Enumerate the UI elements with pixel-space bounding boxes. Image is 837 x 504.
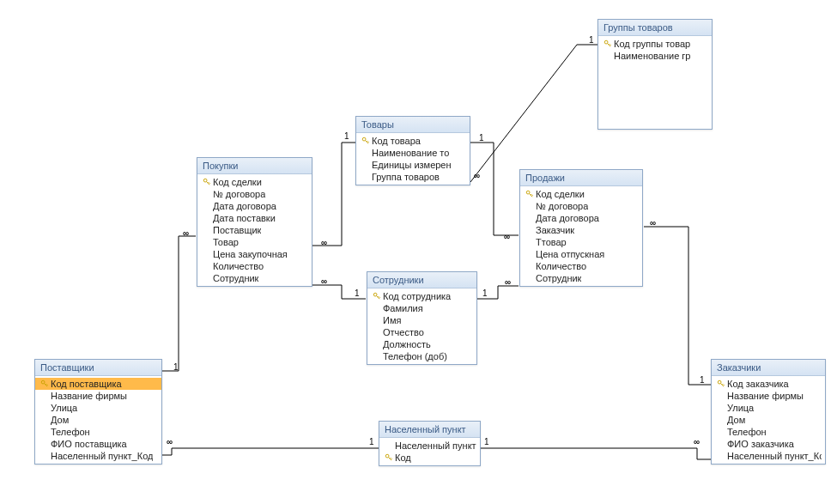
field-row[interactable]: Фамилия: [367, 302, 476, 314]
field-label: Дата договора: [536, 213, 599, 223]
field-label: Код сотрудника: [383, 291, 451, 301]
field-label: Товар: [213, 237, 239, 247]
key-icon: [39, 380, 51, 388]
table-title[interactable]: Покупки: [197, 158, 312, 174]
field-label: Код сделки: [213, 177, 262, 187]
table-tovary[interactable]: Товары Код товараНаименование тоЕдиницы …: [355, 116, 470, 185]
field-row[interactable]: Телефон (доб): [367, 350, 476, 362]
table-punkt[interactable]: Населенный пункт Населенный пунктКод: [379, 421, 481, 466]
field-row[interactable]: Должность: [367, 338, 476, 350]
field-row[interactable]: ФИО заказчика: [712, 438, 825, 450]
field-row[interactable]: Код сделки: [197, 176, 312, 188]
table-fields: Код сделки№ договораДата договораЗаказчи…: [520, 186, 642, 286]
table-title[interactable]: Поставщики: [35, 360, 161, 376]
field-row[interactable]: Код заказчика: [712, 378, 825, 390]
field-row[interactable]: Дата поставки: [197, 212, 312, 224]
key-icon: [383, 453, 395, 462]
table-title[interactable]: Населенный пункт: [379, 422, 480, 438]
table-fields: Код сотрудникаФамилияИмяОтчествоДолжност…: [367, 288, 476, 364]
field-row[interactable]: Телефон: [35, 426, 161, 438]
field-row[interactable]: № договора: [197, 188, 312, 200]
key-icon: [524, 190, 536, 198]
field-row[interactable]: Код сделки: [520, 188, 642, 200]
field-label: Ттовар: [536, 237, 567, 247]
field-row[interactable]: Улица: [35, 402, 161, 414]
key-icon: [201, 178, 213, 186]
field-label: Улица: [727, 403, 754, 413]
key-icon: [360, 137, 372, 145]
field-row[interactable]: Группа товаров: [356, 171, 470, 183]
card-tovary-one-left: 1: [344, 132, 349, 141]
table-pokupki[interactable]: Покупки Код сделки№ договораДата договор…: [197, 157, 312, 287]
field-row[interactable]: Дата договора: [520, 212, 642, 224]
field-row[interactable]: Дата договора: [197, 200, 312, 212]
field-label: Код товара: [372, 136, 421, 146]
field-label: Сотрудник: [536, 273, 581, 283]
table-prodazhi[interactable]: Продажи Код сделки№ договораДата договор…: [519, 169, 643, 287]
field-row[interactable]: Телефон: [712, 426, 825, 438]
field-label: № договора: [213, 189, 265, 199]
table-sotrudniki[interactable]: Сотрудники Код сотрудникаФамилияИмяОтчес…: [367, 271, 477, 365]
table-fields: Код заказчикаНазвание фирмыУлицаДомТелеф…: [712, 376, 825, 464]
field-label: Заказчик: [536, 225, 574, 235]
table-fields: Населенный пунктКод: [379, 438, 480, 465]
field-row[interactable]: Населенный пункт: [379, 440, 480, 452]
field-label: Количество: [213, 261, 264, 271]
table-title[interactable]: Группы товаров: [598, 20, 712, 36]
field-row[interactable]: Наименование гр: [598, 50, 712, 62]
table-fields: Код товараНаименование тоЕдиницы измерен…: [356, 133, 470, 185]
field-row[interactable]: Дом: [712, 414, 825, 426]
field-label: Дата поставки: [213, 213, 276, 223]
table-title[interactable]: Товары: [356, 117, 470, 133]
table-gruppy[interactable]: Группы товаров Код группы товарНаименова…: [597, 19, 713, 130]
field-row[interactable]: Код товара: [356, 135, 470, 147]
table-zakazchiki[interactable]: Заказчики Код заказчикаНазвание фирмыУли…: [711, 359, 826, 465]
table-title[interactable]: Продажи: [520, 170, 642, 186]
field-row[interactable]: Населенный пункт_Код: [35, 450, 161, 462]
field-row[interactable]: Количество: [520, 260, 642, 272]
field-row[interactable]: Ттовар: [520, 236, 642, 248]
field-row[interactable]: Населенный пункт_Код: [712, 450, 825, 462]
table-fields: Код поставщикаНазвание фирмыУлицаДомТеле…: [35, 376, 161, 464]
field-label: Населенный пункт_Код: [51, 451, 153, 461]
field-row[interactable]: Код сотрудника: [367, 290, 476, 302]
field-row[interactable]: Сотрудник: [197, 272, 312, 284]
field-row[interactable]: № договора: [520, 200, 642, 212]
field-row[interactable]: Имя: [367, 314, 476, 326]
field-row[interactable]: Отчество: [367, 326, 476, 338]
key-icon: [602, 39, 614, 48]
field-row[interactable]: Цена отпускная: [520, 248, 642, 260]
field-row[interactable]: Название фирмы: [712, 390, 825, 402]
field-label: Отчество: [383, 327, 424, 337]
field-row[interactable]: Цена закупочная: [197, 248, 312, 260]
field-row[interactable]: Сотрудник: [520, 272, 642, 284]
table-postavshchiki[interactable]: Поставщики Код поставщикаНазвание фирмыУ…: [34, 359, 162, 465]
field-row[interactable]: Товар: [197, 236, 312, 248]
field-label: Населенный пункт_Код: [727, 451, 822, 461]
field-row[interactable]: Код группы товар: [598, 38, 712, 50]
field-row[interactable]: Дом: [35, 414, 161, 426]
card-punkt-one-left: 1: [369, 438, 374, 446]
card-pokupki-many: ∞: [183, 229, 188, 238]
field-label: Название фирмы: [51, 391, 127, 401]
field-label: Телефон (доб): [383, 351, 447, 361]
field-row[interactable]: Код: [379, 452, 480, 464]
field-row[interactable]: ФИО поставщика: [35, 438, 161, 450]
field-row[interactable]: Код поставщика: [35, 378, 161, 390]
field-label: Дата договора: [213, 201, 276, 211]
field-label: ФИО поставщика: [51, 439, 127, 449]
field-row[interactable]: Количество: [197, 260, 312, 272]
field-row[interactable]: Наименование то: [356, 147, 470, 159]
field-label: Код заказчика: [727, 379, 789, 389]
key-icon: [715, 380, 727, 388]
field-row[interactable]: Единицы измерен: [356, 159, 470, 171]
table-title[interactable]: Заказчики: [712, 360, 825, 376]
field-row[interactable]: Заказчик: [520, 224, 642, 236]
card-pokupki-many-tovar: ∞: [321, 239, 326, 247]
field-row[interactable]: Улица: [712, 402, 825, 414]
field-row[interactable]: Поставщик: [197, 224, 312, 236]
field-row[interactable]: Название фирмы: [35, 390, 161, 402]
card-sotrudniki-one-left: 1: [355, 289, 360, 298]
field-label: Код: [395, 452, 411, 463]
table-title[interactable]: Сотрудники: [367, 272, 476, 288]
